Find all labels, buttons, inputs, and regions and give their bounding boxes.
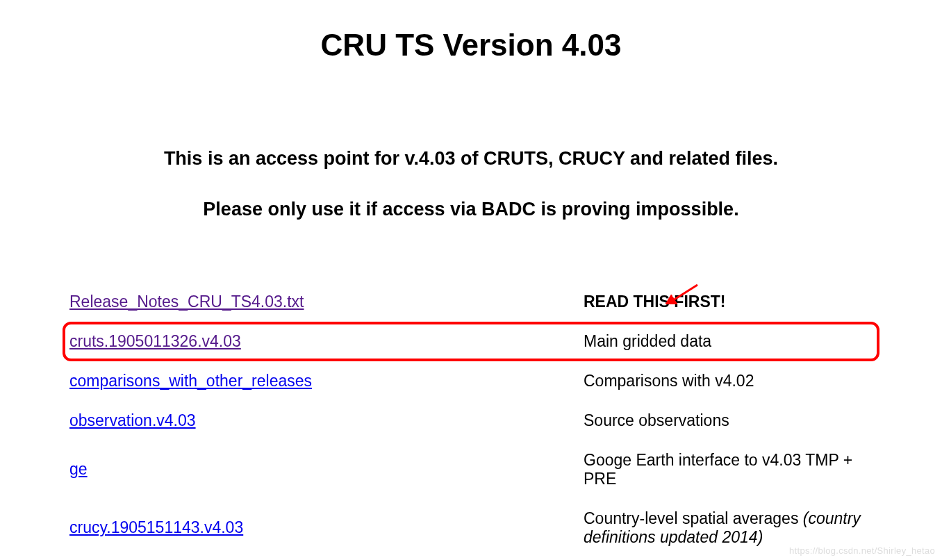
page-container: CRU TS Version 4.03 This is an access po…: [0, 28, 942, 557]
file-row-ge: ge Googe Earth interface to v4.03 TMP + …: [63, 440, 879, 499]
page-title: CRU TS Version 4.03: [0, 28, 942, 63]
link-release-notes[interactable]: Release_Notes_CRU_TS4.03.txt: [69, 293, 584, 311]
file-list: Release_Notes_CRU_TS4.03.txt READ THIS F…: [0, 282, 942, 557]
link-ge[interactable]: ge: [69, 460, 584, 479]
intro-line-2: Please only use it if access via BADC is…: [0, 197, 942, 223]
file-row-cruts-main: cruts.1905011326.v4.03 Main gridded data: [63, 322, 879, 361]
link-crucy[interactable]: crucy.1905151143.v4.03: [69, 518, 584, 537]
arrow-icon: [664, 283, 699, 308]
link-cruts-main[interactable]: cruts.1905011326.v4.03: [69, 332, 584, 351]
link-comparisons[interactable]: comparisons_with_other_releases: [69, 372, 584, 390]
desc-observation: Source observations: [584, 411, 873, 430]
desc-crucy-text: Country-level spatial averages: [584, 509, 803, 527]
desc-cruts-main: Main gridded data: [584, 332, 873, 351]
desc-ge: Googe Earth interface to v4.03 TMP + PRE: [584, 451, 873, 488]
file-row-observation: observation.v4.03 Source observations: [63, 401, 879, 440]
desc-crucy: Country-level spatial averages (country …: [584, 509, 873, 547]
desc-release-notes: READ THIS FIRST!: [584, 293, 873, 311]
watermark: https://blog.csdn.net/Shirley_hetao: [789, 545, 935, 556]
file-row-crucy: crucy.1905151143.v4.03 Country-level spa…: [63, 499, 879, 557]
file-row-comparisons: comparisons_with_other_releases Comparis…: [63, 361, 879, 401]
desc-comparisons: Comparisons with v4.02: [584, 372, 873, 390]
file-row-release-notes: Release_Notes_CRU_TS4.03.txt READ THIS F…: [63, 282, 879, 322]
svg-line-0: [671, 285, 697, 302]
intro-block: This is an access point for v.4.03 of CR…: [0, 146, 942, 223]
link-observation[interactable]: observation.v4.03: [69, 411, 584, 430]
intro-line-1: This is an access point for v.4.03 of CR…: [0, 146, 942, 172]
